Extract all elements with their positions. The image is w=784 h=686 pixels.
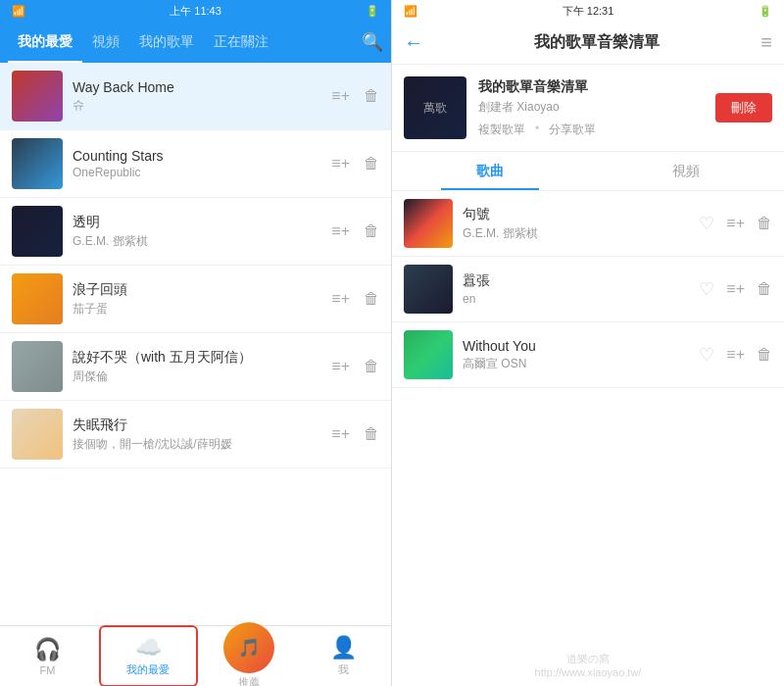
song-artist-1: 슈 [73, 97, 321, 114]
song-info-1: Way Back Home 슈 [73, 79, 321, 114]
song-artist-4: 茄子蛋 [73, 301, 321, 318]
song-thumb-1 [12, 71, 63, 122]
playlist-page-title: 我的歌單音樂清單 [433, 32, 760, 53]
left-panel: 📶 上午 11:43 🔋 我的最愛 視頻 我的歌單 正在關注 🔍 Way Bac… [0, 0, 392, 686]
right-song-title-1: 句號 [463, 206, 689, 223]
song-item-3[interactable]: 透明 G.E.M. 鄧紫棋 ≡+ 🗑 [0, 198, 391, 266]
right-song-artist-1: G.E.M. 鄧紫棋 [463, 225, 689, 242]
right-song-item-3[interactable]: Without You 高爾宣 OSN ♡ ≡+ 🗑 [392, 322, 784, 388]
my-favorites-label: 我的最愛 [126, 662, 170, 677]
wifi-icon: 📶 [12, 5, 25, 18]
copy-playlist-link[interactable]: 複製歌單 [478, 122, 525, 138]
recommend-label: 推薦 [238, 675, 260, 686]
song-actions-6: ≡+ 🗑 [331, 425, 379, 443]
add-to-playlist-icon-6[interactable]: ≡+ [331, 425, 350, 443]
song-artist-2: OneRepublic [73, 166, 321, 179]
playlist-songs-list: 句號 G.E.M. 鄧紫棋 ♡ ≡+ 🗑 囂張 en ♡ ≡+ 🗑 [392, 191, 784, 644]
song-actions-5: ≡+ 🗑 [331, 358, 379, 375]
delete-icon-2[interactable]: 🗑 [364, 155, 379, 172]
tab-following[interactable]: 正在關注 [204, 22, 278, 63]
back-button[interactable]: ← [404, 31, 423, 54]
delete-playlist-button[interactable]: 刪除 [715, 93, 772, 122]
right-battery-icon: 🔋 [759, 5, 772, 17]
song-thumb-6 [12, 409, 63, 460]
left-time: 上午 11:43 [170, 4, 221, 19]
right-add-to-playlist-1[interactable]: ≡+ [726, 215, 745, 232]
bottom-nav-my-favorites[interactable]: ☁️ 我的最愛 [99, 625, 198, 686]
bottom-nav-fm[interactable]: 🎧 FM [0, 629, 95, 684]
right-delete-icon-1[interactable]: 🗑 [757, 215, 772, 232]
tab-my-playlist[interactable]: 我的歌單 [129, 22, 204, 63]
song-item-2[interactable]: Counting Stars OneRepublic ≡+ 🗑 [0, 130, 391, 198]
song-info-6: 失眠飛行 接個吻，開一槍/沈以誠/薛明媛 [73, 416, 321, 453]
right-delete-icon-3[interactable]: 🗑 [757, 346, 772, 364]
fm-icon: 🎧 [34, 637, 61, 662]
heart-icon-3[interactable]: ♡ [699, 344, 714, 366]
right-song-actions-1: ♡ ≡+ 🗑 [699, 213, 772, 234]
left-status-right: 🔋 [366, 5, 379, 18]
heart-icon-1[interactable]: ♡ [699, 213, 714, 234]
delete-icon-4[interactable]: 🗑 [364, 290, 379, 308]
add-to-playlist-icon-3[interactable]: ≡+ [331, 222, 350, 240]
song-item-6[interactable]: 失眠飛行 接個吻，開一槍/沈以誠/薛明媛 ≡+ 🗑 [0, 401, 391, 468]
song-item-5[interactable]: 說好不哭（with 五月天阿信） 周傑倫 ≡+ 🗑 [0, 333, 391, 401]
right-song-thumb-1 [404, 199, 453, 248]
song-title-1: Way Back Home [73, 79, 321, 95]
share-playlist-link[interactable]: 分享歌單 [549, 122, 596, 138]
song-item-1[interactable]: Way Back Home 슈 ≡+ 🗑 [0, 63, 391, 130]
right-status-right: 🔋 [759, 5, 772, 18]
playlist-cover-thumb: 萬歌 [404, 76, 466, 139]
delete-icon-1[interactable]: 🗑 [364, 87, 379, 105]
bottom-nav-me[interactable]: 👤 我 [296, 627, 391, 685]
divider: • [535, 122, 539, 138]
playlist-content-tabs: 歌曲 視頻 [392, 152, 784, 191]
right-add-to-playlist-2[interactable]: ≡+ [726, 280, 745, 298]
playlist-details: 我的歌單音樂清單 創建者 Xiaoyao 複製歌單 • 分享歌單 [478, 78, 704, 138]
add-to-playlist-icon-5[interactable]: ≡+ [331, 358, 350, 375]
watermark-line2: http://www.xiaoyao.tw/ [400, 666, 776, 678]
bottom-nav-recommend[interactable]: 🎵 推薦 [202, 614, 297, 686]
right-song-item-2[interactable]: 囂張 en ♡ ≡+ 🗑 [392, 257, 784, 322]
watermark: 道樂の窩 http://www.xiaoyao.tw/ [392, 644, 784, 686]
right-status-bar: 📶 下午 12:31 🔋 [392, 0, 784, 22]
favorites-song-list: Way Back Home 슈 ≡+ 🗑 Counting Stars OneR… [0, 63, 391, 625]
right-status-left: 📶 [404, 5, 417, 18]
delete-icon-5[interactable]: 🗑 [364, 358, 379, 375]
music-note-icon: 🎵 [238, 637, 260, 659]
playlist-action-links: 複製歌單 • 分享歌單 [478, 122, 704, 138]
song-item-4[interactable]: 浪子回頭 茄子蛋 ≡+ 🗑 [0, 266, 391, 333]
battery-icon-left: 🔋 [366, 5, 379, 18]
right-song-item-1[interactable]: 句號 G.E.M. 鄧紫棋 ♡ ≡+ 🗑 [392, 191, 784, 257]
song-title-5: 說好不哭（with 五月天阿信） [73, 349, 321, 367]
song-info-5: 說好不哭（with 五月天阿信） 周傑倫 [73, 349, 321, 385]
song-thumb-3 [12, 206, 63, 257]
tab-video[interactable]: 視頻 [82, 22, 129, 63]
bottom-navigation: 🎧 FM ☁️ 我的最愛 🎵 推薦 👤 我 [0, 625, 391, 686]
right-song-artist-3: 高爾宣 OSN [463, 356, 689, 372]
right-add-to-playlist-3[interactable]: ≡+ [726, 346, 745, 364]
right-header: ← 我的歌單音樂清單 ≡ [392, 22, 784, 65]
song-actions-4: ≡+ 🗑 [331, 290, 379, 308]
add-to-playlist-icon-2[interactable]: ≡+ [331, 155, 350, 172]
song-info-4: 浪子回頭 茄子蛋 [73, 281, 321, 318]
tab-songs[interactable]: 歌曲 [392, 152, 588, 190]
add-to-playlist-icon-4[interactable]: ≡+ [331, 290, 350, 308]
left-status-bar: 📶 上午 11:43 🔋 [0, 0, 391, 22]
cloud-icon: ☁️ [135, 635, 162, 661]
heart-icon-2[interactable]: ♡ [699, 278, 714, 300]
song-actions-3: ≡+ 🗑 [331, 222, 379, 240]
left-nav-tabs: 我的最愛 視頻 我的歌單 正在關注 🔍 [0, 22, 391, 63]
song-actions-2: ≡+ 🗑 [331, 155, 379, 172]
delete-icon-3[interactable]: 🗑 [364, 222, 379, 240]
center-player-thumb[interactable]: 🎵 [223, 622, 274, 673]
add-to-playlist-icon-1[interactable]: ≡+ [331, 87, 350, 105]
song-thumb-2 [12, 138, 63, 189]
filter-icon[interactable]: ≡ [760, 31, 772, 54]
right-song-title-2: 囂張 [463, 272, 689, 290]
right-delete-icon-2[interactable]: 🗑 [757, 280, 772, 298]
right-song-title-3: Without You [463, 338, 689, 354]
search-icon[interactable]: 🔍 [362, 31, 383, 53]
tab-my-favorites[interactable]: 我的最愛 [8, 22, 82, 63]
delete-icon-6[interactable]: 🗑 [364, 425, 379, 443]
tab-videos[interactable]: 視頻 [588, 152, 784, 190]
